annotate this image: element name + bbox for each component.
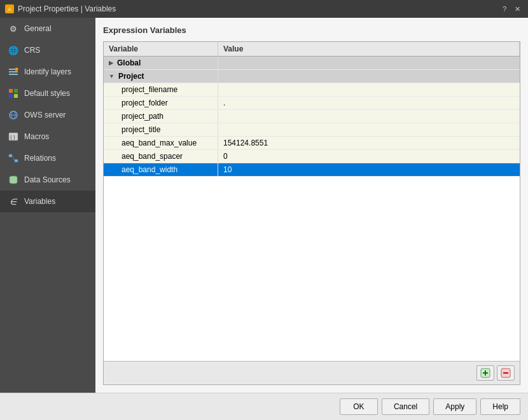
sidebar-item-default-styles[interactable]: Default styles (0, 83, 95, 104)
svg-rect-5 (9, 89, 13, 93)
col-header-value: Value (218, 42, 520, 56)
apply-button[interactable]: Apply (433, 398, 476, 415)
sidebar-item-relations[interactable]: Relations (0, 147, 95, 169)
close-title-button[interactable]: ✕ (511, 3, 523, 15)
cell-project-path-value (218, 110, 520, 123)
cell-project-path-label: project_path (104, 110, 218, 123)
relations-icon (8, 152, 19, 164)
ows-server-icon (8, 109, 19, 121)
sidebar: ⚙ General 🌐 CRS Identify layers Default … (0, 18, 95, 393)
cell-project-filename-value (218, 83, 520, 96)
cell-aeq-band-max-value-label: aeq_band_max_value (104, 137, 218, 149)
sidebar-item-general-label: General (24, 24, 52, 33)
crs-icon: 🌐 (8, 44, 19, 56)
variables-icon: ∈ (8, 196, 19, 207)
svg-marker-0 (6, 6, 13, 11)
svg-rect-6 (14, 89, 18, 93)
cell-aeq-band-width-value: 10 (218, 163, 520, 176)
add-variable-button[interactable] (476, 365, 494, 381)
row-project-title[interactable]: project_title (104, 123, 520, 137)
project-toggle-icon: ▼ (109, 73, 115, 79)
app-icon (5, 4, 14, 13)
svg-rect-2 (9, 71, 18, 72)
sidebar-item-crs-label: CRS (24, 46, 40, 55)
cell-project-title-label: project_title (104, 123, 218, 136)
svg-point-4 (15, 68, 18, 71)
sidebar-item-relations-label: Relations (24, 154, 56, 163)
ok-button[interactable]: OK (340, 398, 378, 415)
cell-aeq-band-spacer-label: aeq_band_spacer (104, 150, 218, 163)
section-title: Expression Variables (103, 25, 520, 35)
cell-global-value (218, 57, 520, 69)
col-header-variable: Variable (104, 42, 218, 56)
window-title: Project Properties | Variables (18, 4, 116, 13)
row-project[interactable]: ▼ Project (104, 70, 520, 83)
svg-text:∈: ∈ (10, 197, 18, 207)
content-area: Expression Variables Variable Value ▶ Gl… (95, 18, 528, 393)
identify-layers-icon (8, 66, 19, 78)
table-header: Variable Value (104, 42, 520, 57)
sidebar-item-default-styles-label: Default styles (24, 89, 70, 98)
global-label: Global (117, 58, 141, 67)
svg-rect-15 (15, 159, 18, 162)
row-aeq-band-spacer[interactable]: aeq_band_spacer 0 (104, 150, 520, 163)
sidebar-item-identify-layers-label: Identify layers (24, 67, 71, 76)
footer: OK Cancel Apply Help (0, 393, 528, 420)
sidebar-item-ows-server-label: OWS server (24, 111, 66, 119)
sidebar-item-crs[interactable]: 🌐 CRS (0, 39, 95, 61)
cell-project-value (218, 70, 520, 83)
row-aeq-band-width[interactable]: aeq_band_width 10 (104, 163, 520, 177)
help-title-button[interactable]: ? (499, 3, 510, 15)
row-project-filename[interactable]: project_filename (104, 83, 520, 97)
main-container: ⚙ General 🌐 CRS Identify layers Default … (0, 18, 528, 393)
svg-rect-8 (14, 94, 18, 98)
help-button[interactable]: Help (480, 398, 520, 415)
sidebar-item-variables[interactable]: ∈ Variables (0, 191, 95, 212)
title-bar-left: Project Properties | Variables (5, 4, 116, 13)
global-toggle-icon: ▶ (109, 60, 113, 66)
expression-variables-table: Variable Value ▶ Global ▼ Proje (103, 41, 520, 385)
row-project-path[interactable]: project_path (104, 110, 520, 123)
row-global[interactable]: ▶ Global (104, 57, 520, 70)
cell-project-title-value (218, 123, 520, 136)
cell-project-folder-label: project_folder (104, 97, 218, 109)
sidebar-item-identify-layers[interactable]: Identify layers (0, 61, 95, 83)
sidebar-item-macros[interactable]: { } Macros (0, 126, 95, 147)
sidebar-item-general[interactable]: ⚙ General (0, 18, 95, 39)
svg-rect-3 (9, 74, 18, 75)
cell-aeq-band-max-value-value: 154124.8551 (218, 137, 520, 149)
table-toolbar (104, 361, 520, 384)
remove-variable-button[interactable] (497, 365, 515, 381)
sidebar-item-variables-label: Variables (24, 197, 55, 206)
sidebar-item-ows-server[interactable]: OWS server (0, 104, 95, 126)
general-icon: ⚙ (8, 23, 19, 34)
svg-text:{ }: { } (10, 134, 15, 140)
macros-icon: { } (8, 131, 19, 142)
cell-global-label: ▶ Global (104, 57, 218, 69)
cell-project-filename-label: project_filename (104, 83, 218, 96)
project-label: Project (118, 72, 144, 81)
svg-rect-14 (9, 154, 12, 157)
window-controls: ? ✕ (499, 3, 523, 15)
svg-line-16 (12, 156, 15, 161)
cancel-button[interactable]: Cancel (382, 398, 429, 415)
cell-project-label: ▼ Project (104, 70, 218, 83)
sidebar-item-data-sources-label: Data Sources (24, 175, 71, 184)
data-sources-icon (8, 174, 19, 186)
row-project-folder[interactable]: project_folder . (104, 97, 520, 110)
table-body[interactable]: ▶ Global ▼ Project project_filename (104, 57, 520, 361)
row-aeq-band-max-value[interactable]: aeq_band_max_value 154124.8551 (104, 137, 520, 150)
title-bar: Project Properties | Variables ? ✕ (0, 0, 528, 18)
cell-aeq-band-spacer-value: 0 (218, 150, 520, 163)
sidebar-item-macros-label: Macros (24, 132, 49, 141)
sidebar-item-data-sources[interactable]: Data Sources (0, 169, 95, 191)
cell-aeq-band-width-label: aeq_band_width (104, 163, 218, 176)
cell-project-folder-value: . (218, 97, 520, 109)
svg-rect-7 (9, 94, 13, 98)
default-styles-icon (8, 88, 19, 99)
